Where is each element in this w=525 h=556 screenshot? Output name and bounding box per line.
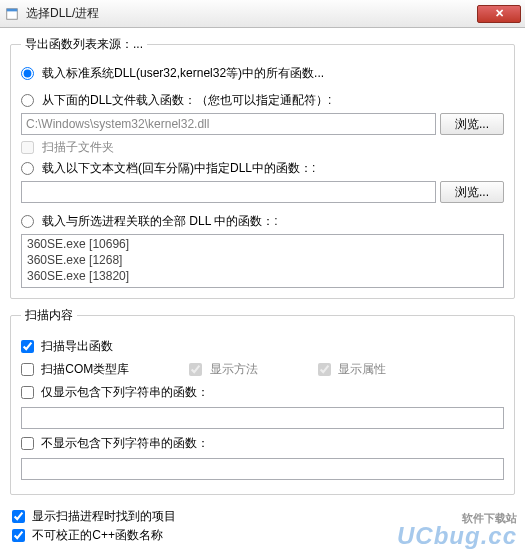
browse-file-button[interactable]: 浏览... bbox=[440, 113, 504, 135]
list-item[interactable]: 360SE.exe [10696] bbox=[23, 236, 502, 252]
dont-show-label[interactable]: 不显示包含下列字符串的函数： bbox=[41, 436, 209, 450]
list-item[interactable]: 360SE.exe [1268] bbox=[23, 252, 502, 268]
uncorrectable-cpp-checkbox[interactable] bbox=[12, 529, 25, 542]
radio-file-dll-label[interactable]: 从下面的DLL文件载入函数：（您也可以指定通配符）: bbox=[42, 92, 331, 109]
app-icon bbox=[4, 6, 20, 22]
svg-rect-1 bbox=[7, 8, 18, 11]
browse-text-button[interactable]: 浏览... bbox=[440, 181, 504, 203]
window-title: 选择DLL/进程 bbox=[26, 5, 477, 22]
dont-show-input[interactable] bbox=[21, 458, 504, 480]
show-scan-items-label[interactable]: 显示扫描进程时找到的项目 bbox=[32, 509, 176, 523]
radio-process[interactable] bbox=[21, 215, 34, 228]
list-item[interactable]: 360SE.exe [13820] bbox=[23, 268, 502, 284]
close-icon: ✕ bbox=[495, 8, 504, 19]
bottom-options: 显示扫描进程时找到的项目 不可校正的C++函数名称 bbox=[12, 506, 513, 546]
show-scan-items-checkbox[interactable] bbox=[12, 510, 25, 523]
show-methods-checkbox[interactable] bbox=[189, 363, 202, 376]
process-listbox[interactable]: 360SE.exe [10696] 360SE.exe [1268] 360SE… bbox=[21, 234, 504, 288]
close-button[interactable]: ✕ bbox=[477, 5, 521, 23]
dont-show-checkbox[interactable] bbox=[21, 437, 34, 450]
radio-file-dll[interactable] bbox=[21, 94, 34, 107]
titlebar: 选择DLL/进程 ✕ bbox=[0, 0, 525, 28]
radio-text-file[interactable] bbox=[21, 162, 34, 175]
scan-com-label[interactable]: 扫描COM类型库 bbox=[41, 362, 129, 376]
scan-subfolders-label: 扫描子文件夹 bbox=[42, 139, 114, 156]
scan-export-checkbox[interactable] bbox=[21, 340, 34, 353]
scan-com-checkbox[interactable] bbox=[21, 363, 34, 376]
uncorrectable-cpp-label[interactable]: 不可校正的C++函数名称 bbox=[32, 528, 163, 542]
show-props-label: 显示属性 bbox=[338, 362, 386, 376]
text-path-input[interactable] bbox=[21, 181, 436, 203]
group-scan-legend: 扫描内容 bbox=[21, 307, 77, 324]
scan-export-label[interactable]: 扫描导出函数 bbox=[41, 339, 113, 353]
radio-system-dll-label[interactable]: 载入标准系统DLL(user32,kernel32等)中的所有函数... bbox=[42, 65, 324, 82]
show-props-checkbox[interactable] bbox=[318, 363, 331, 376]
group-source-legend: 导出函数列表来源：... bbox=[21, 36, 147, 53]
group-scan: 扫描内容 扫描导出函数 扫描COM类型库 显示方法 显示属性 仅显示包含下列字符… bbox=[10, 307, 515, 495]
content-area: 导出函数列表来源：... 载入标准系统DLL(user32,kernel32等)… bbox=[0, 28, 525, 511]
file-path-input[interactable] bbox=[21, 113, 436, 135]
only-show-label[interactable]: 仅显示包含下列字符串的函数： bbox=[41, 385, 209, 399]
scan-subfolders-checkbox[interactable] bbox=[21, 141, 34, 154]
group-source: 导出函数列表来源：... 载入标准系统DLL(user32,kernel32等)… bbox=[10, 36, 515, 299]
radio-system-dll[interactable] bbox=[21, 67, 34, 80]
radio-text-file-label[interactable]: 载入以下文本文档(回车分隔)中指定DLL中的函数：: bbox=[42, 160, 315, 177]
radio-process-label[interactable]: 载入与所选进程关联的全部 DLL 中的函数：: bbox=[42, 213, 278, 230]
only-show-checkbox[interactable] bbox=[21, 386, 34, 399]
only-show-input[interactable] bbox=[21, 407, 504, 429]
show-methods-label: 显示方法 bbox=[210, 362, 258, 376]
